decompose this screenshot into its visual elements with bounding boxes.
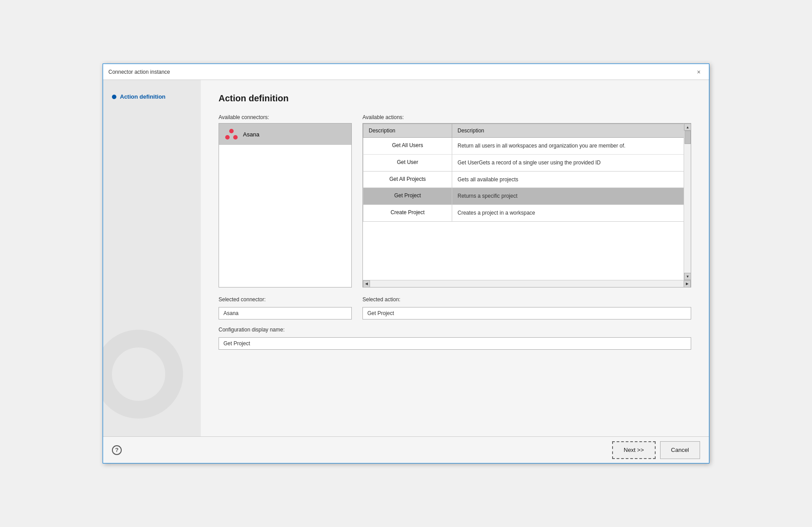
actions-column: Available actions: Description Descripti…: [362, 114, 691, 287]
available-actions-label: Available actions:: [362, 114, 691, 120]
scroll-up-button[interactable]: ▲: [684, 124, 691, 131]
action-name-cell: Get All Projects: [363, 171, 452, 188]
action-desc-cell: Returns a specific project: [452, 188, 691, 205]
help-button[interactable]: ?: [112, 445, 122, 455]
connector-name: Asana: [243, 131, 259, 138]
window-title: Connector action instance: [108, 69, 170, 75]
horizontal-scrollbar: ◀ ▶: [363, 280, 691, 287]
selected-connector-label: Selected connector:: [219, 296, 352, 303]
next-button[interactable]: Next >>: [612, 441, 656, 459]
col-header-name: Description: [363, 124, 452, 138]
selected-action-group: Selected action:: [362, 296, 691, 319]
table-row[interactable]: Get All Users Return all users in all wo…: [363, 138, 691, 155]
title-bar: Connector action instance ×: [103, 64, 709, 80]
sidebar-watermark: [103, 330, 183, 419]
vertical-scrollbar: ▲ ▼: [684, 124, 691, 280]
table-row[interactable]: Create Project Creates a project in a wo…: [363, 205, 691, 222]
action-desc-cell: Get UserGets a record of a single user u…: [452, 154, 691, 171]
connector-list[interactable]: Asana: [219, 123, 352, 287]
sidebar-item-action-definition[interactable]: Action definition: [103, 89, 201, 104]
actions-table: Description Description Get All Users Re…: [362, 123, 691, 287]
sidebar: Action definition: [103, 80, 201, 436]
asana-icon: [224, 127, 239, 141]
scroll-track: [684, 131, 691, 273]
config-display-name-group: Configuration display name:: [219, 327, 691, 350]
asana-dot-right: [233, 135, 238, 140]
action-desc-cell: Creates a project in a workspace: [452, 205, 691, 222]
action-name-cell: Get Project: [363, 188, 452, 205]
table-row[interactable]: Get User Get UserGets a record of a sing…: [363, 154, 691, 171]
page-title: Action definition: [219, 93, 691, 104]
available-connectors-label: Available connectors:: [219, 114, 352, 120]
selected-action-label: Selected action:: [362, 296, 691, 303]
config-display-name-input[interactable]: [219, 337, 691, 350]
close-button[interactable]: ×: [694, 67, 704, 77]
action-desc-cell: Return all users in all workspaces and o…: [452, 138, 691, 155]
scroll-down-button[interactable]: ▼: [684, 273, 691, 280]
selected-connector-input[interactable]: [219, 307, 352, 319]
config-display-name-label: Configuration display name:: [219, 327, 691, 333]
action-name-cell: Get User: [363, 154, 452, 171]
asana-logo: [225, 129, 238, 140]
table-row[interactable]: Get Project Returns a specific project: [363, 188, 691, 205]
connectors-actions-section: Available connectors: Asana: [219, 114, 691, 287]
connector-item-asana[interactable]: Asana: [219, 124, 351, 145]
horiz-scroll-track: [370, 280, 684, 287]
dialog-window: Connector action instance × Action defin…: [103, 64, 709, 463]
connectors-column: Available connectors: Asana: [219, 114, 352, 287]
scroll-thumb: [685, 131, 691, 144]
col-header-desc: Description: [452, 124, 691, 138]
cancel-button[interactable]: Cancel: [660, 441, 700, 459]
table-row[interactable]: Get All Projects Gets all available proj…: [363, 171, 691, 188]
scroll-right-button[interactable]: ▶: [684, 280, 691, 287]
action-name-cell: Get All Users: [363, 138, 452, 155]
main-content: Action definition Available connectors:: [201, 80, 709, 436]
action-name-cell: Create Project: [363, 205, 452, 222]
selected-connector-group: Selected connector:: [219, 296, 352, 319]
footer-buttons: Next >> Cancel: [612, 441, 700, 459]
actions-table-inner[interactable]: Description Description Get All Users Re…: [363, 124, 691, 280]
action-desc-cell: Gets all available projects: [452, 171, 691, 188]
selected-action-input[interactable]: [362, 307, 691, 319]
actions-data-table: Description Description Get All Users Re…: [363, 124, 691, 222]
sidebar-dot-icon: [112, 95, 116, 99]
sidebar-item-label: Action definition: [120, 93, 166, 100]
scroll-left-button[interactable]: ◀: [363, 280, 370, 287]
dialog-footer: ? Next >> Cancel: [103, 436, 709, 463]
dialog-body: Action definition Action definition Avai…: [103, 80, 709, 436]
selected-fields-row: Selected connector: Selected action:: [219, 296, 691, 319]
